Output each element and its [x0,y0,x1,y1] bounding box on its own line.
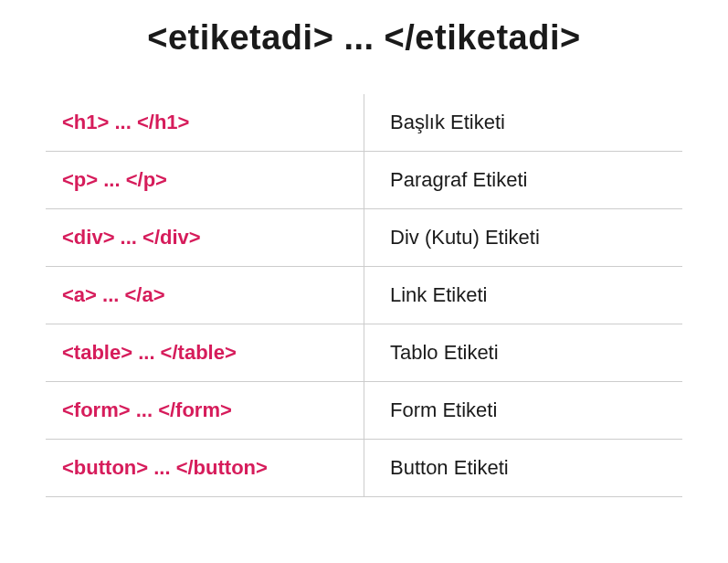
table-row: <p> ... </p> Paragraf Etiketi [46,152,682,209]
desc-cell: Paragraf Etiketi [364,152,683,209]
tag-reference-table: <h1> ... </h1> Başlık Etiketi <p> ... </… [46,94,682,497]
desc-cell: Başlık Etiketi [364,94,683,152]
desc-cell: Tablo Etiketi [364,324,683,382]
desc-cell: Div (Kutu) Etiketi [364,209,683,267]
table-row: <a> ... </a> Link Etiketi [46,267,682,324]
page-title: <etiketadi> ... </etiketadi> [46,18,682,58]
desc-cell: Button Etiketi [364,440,683,497]
tag-cell: <div> ... </div> [46,209,364,267]
tag-cell: <a> ... </a> [46,267,364,324]
desc-cell: Link Etiketi [364,267,683,324]
table-row: <h1> ... </h1> Başlık Etiketi [46,94,682,152]
table-row: <div> ... </div> Div (Kutu) Etiketi [46,209,682,267]
tag-cell: <form> ... </form> [46,382,364,440]
tag-cell: <button> ... </button> [46,440,364,497]
tag-cell: <h1> ... </h1> [46,94,364,152]
table-row: <table> ... </table> Tablo Etiketi [46,324,682,382]
table-row: <form> ... </form> Form Etiketi [46,382,682,440]
tag-cell: <table> ... </table> [46,324,364,382]
tag-cell: <p> ... </p> [46,152,364,209]
table-row: <button> ... </button> Button Etiketi [46,440,682,497]
desc-cell: Form Etiketi [364,382,683,440]
